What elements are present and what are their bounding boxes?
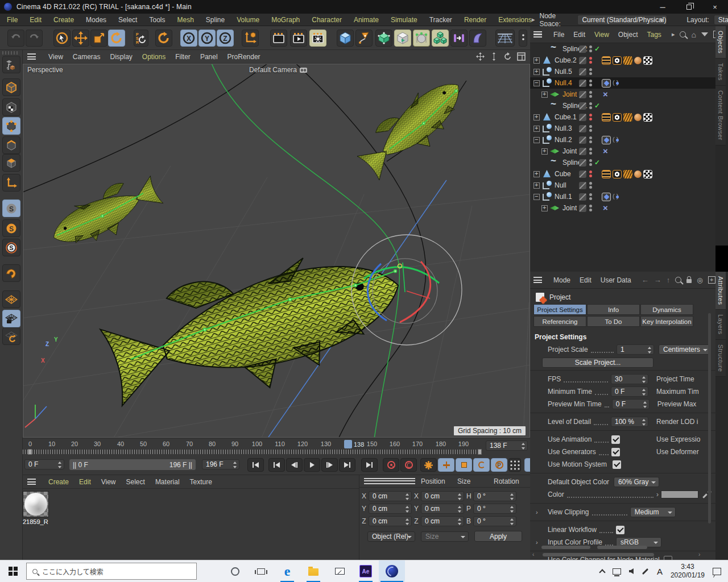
visibility-dots[interactable]: [589, 205, 592, 211]
expand-toggle[interactable]: [533, 80, 540, 86]
object-tag-icon[interactable]: [602, 147, 611, 156]
visibility-dots[interactable]: [589, 57, 592, 64]
search-icon[interactable]: [675, 277, 681, 283]
object-row[interactable]: Null.3 ✓: [530, 123, 715, 134]
expand-toggle[interactable]: [533, 114, 540, 120]
end-frame-field[interactable]: 196 F: [202, 459, 239, 469]
object-toggles[interactable]: ✓: [579, 66, 601, 77]
material-menu-item[interactable]: Texture: [190, 478, 212, 486]
viewport-menu-item[interactable]: Options: [142, 53, 166, 61]
scale-tool-button[interactable]: [90, 30, 107, 47]
search-icon[interactable]: [680, 31, 686, 38]
color-expander[interactable]: ›: [656, 490, 659, 498]
layer-toggle[interactable]: [579, 136, 586, 144]
object-tag-icon[interactable]: [623, 170, 632, 178]
color-swatch[interactable]: [661, 490, 698, 498]
subdivision-surface-button[interactable]: [375, 30, 392, 47]
live-selection-button[interactable]: [53, 30, 71, 47]
goto-next-key-button[interactable]: [339, 458, 355, 472]
object-toggles[interactable]: ✓: [579, 191, 601, 202]
side-tab[interactable]: Content Browser: [715, 86, 726, 146]
active-tool-rotate-button[interactable]: [155, 30, 172, 47]
layer-toggle[interactable]: [579, 205, 586, 212]
enable-checkmark[interactable]: ✓: [594, 102, 601, 110]
visibility-dots[interactable]: [589, 148, 592, 155]
menu-item[interactable]: Edit: [30, 16, 42, 24]
layer-toggle[interactable]: [579, 114, 586, 121]
render-to-picture-viewer-button[interactable]: [290, 30, 307, 47]
task-view-button[interactable]: [248, 560, 274, 582]
viewport-menu-item[interactable]: Cameras: [73, 53, 101, 61]
primitive-cube-button[interactable]: [337, 30, 354, 47]
object-row[interactable]: Null.4 ✓: [530, 77, 715, 89]
rotation-field[interactable]: 0 °: [473, 504, 516, 514]
taskbar-clock[interactable]: 3:43 2020/01/19: [671, 563, 705, 580]
object-row[interactable]: Spline.1 ✓: [530, 100, 715, 111]
h-scrollbar[interactable]: [543, 553, 654, 556]
psr-reset-button[interactable]: PSR: [134, 30, 148, 47]
attribute-manager-menu-icon[interactable]: [533, 277, 542, 283]
menu-item[interactable]: Modes: [86, 16, 106, 24]
object-manager-menu-icon[interactable]: [533, 31, 542, 38]
layer-toggle[interactable]: [579, 102, 586, 110]
key-rotation-toggle[interactable]: [473, 458, 490, 472]
material-menu-item[interactable]: Edit: [79, 478, 91, 486]
cinema4d-button[interactable]: [379, 560, 405, 582]
object-name[interactable]: Joint: [562, 147, 577, 155]
object-name[interactable]: Null.1: [555, 193, 572, 201]
object-toggles[interactable]: ✓: [579, 111, 601, 123]
edge-mode-button[interactable]: [2, 136, 20, 154]
cortana-button[interactable]: [222, 560, 248, 582]
toggle-panel-icon[interactable]: [517, 52, 526, 61]
enable-checkmark[interactable]: ✓: [594, 45, 601, 53]
attribute-tab[interactable]: To Do: [587, 316, 640, 327]
bend-deformer-button[interactable]: [469, 30, 486, 47]
object-tag-icon[interactable]: [623, 113, 632, 122]
object-tag-icon[interactable]: [602, 79, 611, 88]
floor-environment-button[interactable]: [495, 30, 515, 47]
object-toggles[interactable]: ✓: [579, 89, 601, 100]
menu-item[interactable]: Simulate: [391, 16, 417, 24]
expand-toggle[interactable]: [533, 126, 540, 132]
object-tag-icon[interactable]: [602, 193, 611, 201]
scroll-left-arrow[interactable]: ‹: [532, 551, 534, 558]
object-row[interactable]: Null.1 ✓: [530, 191, 715, 202]
tray-expand-icon[interactable]: [599, 569, 605, 575]
visibility-dots[interactable]: [589, 45, 592, 52]
object-tag-icon[interactable]: [634, 114, 642, 121]
side-tab[interactable]: Takes: [715, 59, 726, 86]
object-toggles[interactable]: ✓: [579, 43, 601, 55]
expand-toggle[interactable]: [541, 160, 548, 166]
menu-item[interactable]: Select: [118, 16, 137, 24]
forward-arrow-icon[interactable]: →: [654, 276, 661, 284]
material-menu-item[interactable]: View: [101, 478, 116, 486]
object-toggles[interactable]: ✓: [579, 146, 601, 157]
object-manager-menu-item[interactable]: File: [553, 31, 564, 39]
attribute-manager-menu-item[interactable]: Edit: [580, 276, 592, 284]
expand-toggle[interactable]: [541, 46, 548, 52]
visibility-dots[interactable]: [589, 80, 592, 86]
layer-toggle[interactable]: [579, 125, 586, 132]
play-button[interactable]: [304, 458, 320, 472]
range-start-handle[interactable]: [28, 449, 32, 455]
goto-previous-frame-button[interactable]: [286, 458, 303, 472]
level-of-detail-field[interactable]: 100 %: [611, 417, 648, 427]
attribute-tab[interactable]: Referencing: [533, 316, 586, 327]
key-parameter-toggle[interactable]: P: [491, 458, 507, 472]
object-toggles[interactable]: ✓: [579, 168, 601, 180]
view-clipping-expander[interactable]: ›: [536, 509, 538, 516]
menu-overflow-arrow[interactable]: ▸: [532, 16, 535, 23]
pen-spline-button[interactable]: [355, 30, 373, 47]
point-mode-button[interactable]: [2, 117, 20, 135]
attribute-tab[interactable]: Dynamics: [640, 304, 693, 315]
object-name[interactable]: Cube: [555, 170, 571, 178]
menu-item[interactable]: File: [7, 16, 18, 24]
enable-axis-button[interactable]: [2, 174, 20, 192]
scroll-right-arrow[interactable]: ›: [698, 551, 700, 558]
object-toggles[interactable]: ✓: [579, 77, 601, 89]
character-joint-button[interactable]: [450, 30, 468, 47]
fps-field[interactable]: 30: [611, 374, 648, 384]
viewport-menu-item[interactable]: Panel: [200, 53, 218, 61]
side-tab[interactable]: Layers: [715, 310, 726, 339]
texture-mode-button[interactable]: [2, 98, 20, 116]
